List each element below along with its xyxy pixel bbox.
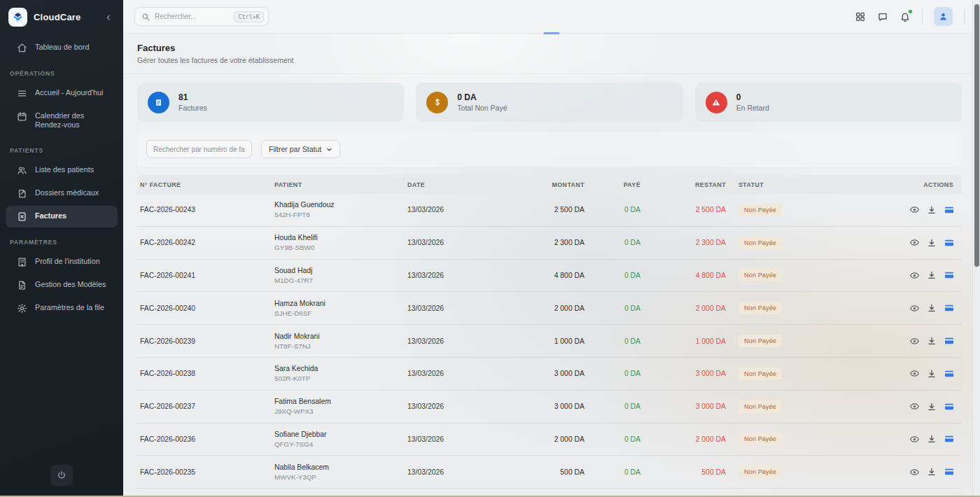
- global-search[interactable]: Ctrl+K: [134, 7, 269, 26]
- chat-button[interactable]: [877, 11, 888, 22]
- invoice-date: 13/03/2026: [405, 435, 545, 443]
- sidebar-item-liste-patients[interactable]: Liste des patients: [6, 160, 118, 181]
- pay-invoice-button[interactable]: [944, 204, 955, 216]
- invoice-paid: 0 DA: [590, 370, 646, 377]
- view-invoice-button[interactable]: [909, 466, 920, 477]
- status-filter-dropdown[interactable]: Filtrer par Statut: [261, 140, 340, 158]
- patient-code: GY9B-SBW0: [274, 244, 402, 251]
- pay-invoice-button[interactable]: [944, 433, 955, 444]
- status-badge: Non Payée: [738, 237, 782, 249]
- topbar-divider: [922, 9, 923, 24]
- apps-grid-icon: [855, 11, 866, 22]
- eye-icon: [909, 434, 920, 444]
- invoice-number: FAC-2026-00235: [137, 468, 272, 476]
- invoice-remaining: 4 800 DA: [646, 272, 726, 279]
- download-invoice-button[interactable]: [927, 302, 937, 314]
- sidebar-item-label: Factures: [35, 211, 66, 220]
- view-invoice-button[interactable]: [909, 270, 920, 281]
- stat-value: 0 DA: [457, 92, 507, 102]
- invoice-date: 13/03/2026: [405, 272, 545, 279]
- search-icon: [141, 13, 150, 21]
- sidebar-item-parametres-file[interactable]: Paramètres de la file: [6, 298, 118, 319]
- sidebar-item-profil-institution[interactable]: Profil de l'institution: [6, 251, 118, 273]
- invoice-date: 13/03/2026: [405, 239, 545, 246]
- apps-grid-button[interactable]: [855, 11, 866, 22]
- pay-invoice-button[interactable]: [944, 368, 955, 379]
- view-invoice-button[interactable]: [909, 368, 920, 379]
- credit-card-icon: [944, 204, 955, 216]
- patient-name: Sara Kechida: [274, 365, 402, 372]
- table-row: FAC-2026-00235 Nabila Belkacem MWVK-Y3QP…: [137, 456, 962, 489]
- pay-invoice-button[interactable]: [944, 237, 955, 248]
- logout-power-button[interactable]: [50, 465, 73, 486]
- chevron-left-icon: [105, 14, 112, 21]
- download-invoice-button[interactable]: [927, 204, 937, 216]
- pay-invoice-button[interactable]: [944, 302, 955, 314]
- download-invoice-button[interactable]: [927, 368, 937, 379]
- download-icon: [927, 238, 937, 248]
- sidebar-item-dashboard[interactable]: Tableau de bord: [6, 37, 118, 59]
- download-invoice-button[interactable]: [927, 433, 937, 444]
- pay-invoice-button[interactable]: [944, 401, 955, 412]
- view-invoice-button[interactable]: [909, 237, 920, 248]
- col-header-actions: Actions: [902, 181, 962, 188]
- notifications-button[interactable]: [899, 11, 911, 22]
- credit-card-icon: [944, 237, 955, 248]
- sidebar-item-label: Accueil - Aujourd'hui: [35, 88, 104, 97]
- col-header-patient: Patient: [272, 181, 405, 188]
- page-title: Factures: [137, 43, 962, 53]
- eye-icon: [909, 368, 920, 379]
- stats-row: 81 Factures 0 DA Total Non Payé 0 En Ret…: [123, 74, 980, 122]
- view-invoice-button[interactable]: [909, 204, 920, 216]
- invoice-amount: 2 000 DA: [545, 435, 590, 443]
- download-invoice-button[interactable]: [927, 237, 937, 248]
- sidebar-item-factures[interactable]: Factures: [6, 206, 118, 227]
- download-invoice-button[interactable]: [927, 466, 937, 477]
- invoice-table-header: N° Facture Patient Date Montant Payé Res…: [137, 175, 962, 194]
- scrollbar-thumb[interactable]: [974, 4, 979, 267]
- notification-dot: [908, 9, 913, 14]
- eye-icon: [909, 237, 920, 248]
- sidebar-item-dossiers[interactable]: Dossiers médicaux: [6, 183, 118, 204]
- sidebar-collapse-button[interactable]: [102, 13, 115, 22]
- global-search-input[interactable]: [155, 13, 229, 20]
- view-invoice-button[interactable]: [909, 401, 920, 412]
- invoice-paid: 0 DA: [590, 304, 646, 312]
- pay-invoice-button[interactable]: [944, 335, 955, 346]
- stat-label: Total Non Payé: [457, 104, 507, 112]
- invoice-amount: 1 000 DA: [545, 337, 590, 345]
- download-invoice-button[interactable]: [927, 270, 937, 281]
- sidebar-item-label: Calendrier des Rendez-vous: [35, 111, 111, 130]
- invoice-number: FAC-2026-00242: [137, 239, 272, 246]
- download-invoice-button[interactable]: [927, 401, 937, 412]
- invoice-paid: 0 DA: [590, 435, 646, 443]
- invoice-amount: 2 500 DA: [545, 206, 590, 214]
- download-icon: [927, 369, 937, 379]
- view-invoice-button[interactable]: [909, 302, 920, 314]
- invoice-number: FAC-2026-00238: [137, 370, 272, 377]
- invoice-table: N° Facture Patient Date Montant Payé Res…: [137, 175, 962, 497]
- patient-name: Nadir Mokrani: [274, 332, 402, 340]
- sidebar-section-parametres: PARAMÈTRES: [0, 228, 123, 251]
- invoice-remaining: 2 000 DA: [646, 304, 726, 312]
- patient-code: M1DG-47R7: [274, 276, 402, 284]
- table-row: FAC-2026-00239 Nadir Mokrani NT8F-S7NJ 1…: [137, 325, 962, 358]
- table-row: FAC-2026-00237 Fatima Bensalem J9XQ-WPX3…: [137, 391, 962, 424]
- page-scrollbar[interactable]: [972, 0, 980, 497]
- pay-invoice-button[interactable]: [944, 466, 955, 477]
- view-invoice-button[interactable]: [909, 433, 920, 444]
- user-avatar-button[interactable]: [934, 7, 953, 26]
- invoice-amount: 500 DA: [545, 468, 590, 476]
- eye-icon: [909, 204, 920, 215]
- sidebar-item-accueil[interactable]: Accueil - Aujourd'hui: [6, 83, 118, 104]
- sidebar-item-label: Gestion des Modèles: [35, 280, 106, 289]
- download-invoice-button[interactable]: [927, 335, 937, 346]
- status-badge: Non Payée: [738, 400, 782, 413]
- view-invoice-button[interactable]: [909, 335, 920, 346]
- patient-code: 502R-K0TP: [274, 374, 402, 382]
- pay-invoice-button[interactable]: [944, 270, 955, 281]
- invoice-search-input[interactable]: [146, 140, 252, 158]
- calendar-icon: [17, 111, 27, 122]
- sidebar-item-calendrier[interactable]: Calendrier des Rendez-vous: [6, 106, 118, 136]
- sidebar-item-gestion-modeles[interactable]: Gestion des Modèles: [6, 274, 118, 296]
